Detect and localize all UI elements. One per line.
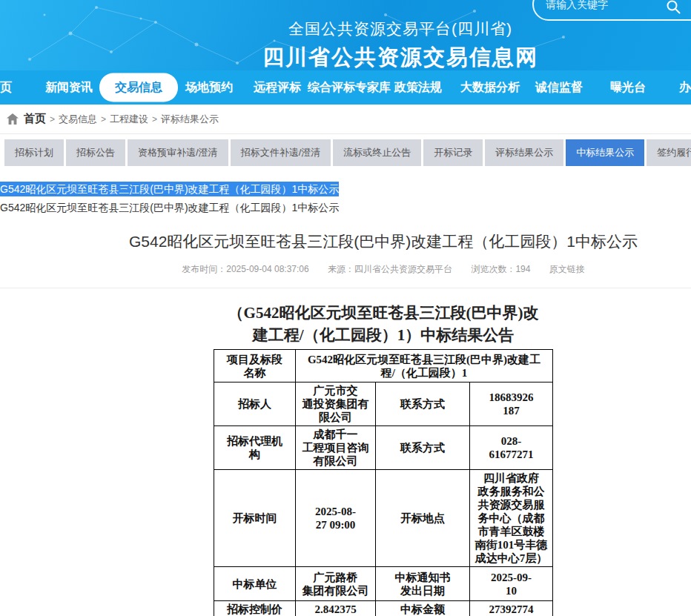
search-input[interactable] — [546, 0, 664, 19]
nav-item-remote-evaluation[interactable]: 远程评标 — [254, 80, 301, 96]
document-heading: （G542昭化区元坝至旺苍县三江段(巴中界)改 建工程/（化工园段）1）中标结果… — [0, 302, 691, 346]
table-label: 项目及标段 名称 — [214, 350, 296, 382]
nav-item-exposure[interactable]: 曝光台 — [610, 80, 646, 96]
nav-item-home[interactable]: 首页 — [0, 80, 12, 96]
document-heading-line2: 建工程/（化工园段）1）中标结果公告 — [0, 324, 691, 346]
home-icon — [7, 113, 19, 125]
table-value: 四川省政府 政务服务和公 共资源交易服 务中心（成都 市青羊区鼓楼 南街101号… — [470, 470, 553, 567]
result-table: 项目及标段 名称 G542昭化区元坝至旺苍县三江段(巴中界)改建工 程/（化工园… — [214, 349, 553, 616]
table-label: 联系方式 — [376, 426, 470, 470]
publish-time: 发布时间：2025-09-04 08:37:06 — [182, 264, 308, 274]
article-header: G542昭化区元坝至旺苍县三江段(巴中界)改建工程（化工园段）1中标公示 发布时… — [0, 231, 691, 276]
breadcrumb: 首页 > 交易信息 > 工程建设 > 评标结果公示 — [0, 105, 691, 134]
breadcrumb-home[interactable]: 首页 — [24, 112, 46, 126]
original-link[interactable]: 原文链接 — [549, 264, 585, 274]
site-header: 全国公共资源交易平台(四川省) 四川省公共资源交易信息网 — [0, 0, 691, 70]
announcement-list: G542昭化区元坝至旺苍县三江段(巴中界)改建工程（化工园段）1中标公示 G54… — [0, 182, 691, 215]
table-row: 招标人 广元市交 通投资集团有 限公司 联系方式 18683926 187 — [214, 382, 553, 426]
tab-contract-performance[interactable]: 签约履行 — [647, 139, 691, 166]
table-value: 2025-09- 10 — [470, 567, 553, 601]
table-value: 18683926 187 — [470, 382, 553, 426]
search-icon[interactable] — [666, 0, 681, 14]
table-row: 中标单位 广元路桥 集团有限公司 中标通知书 发出日期 2025-09- 10 — [214, 567, 553, 601]
platform-subtitle: 全国公共资源交易平台(四川省) — [0, 19, 691, 39]
main-nav: 首页 新闻资讯 交易信息 场地预约 远程评标 综合评标专家库 政策法规 大数据分… — [0, 70, 691, 105]
nav-item-expert-pool[interactable]: 综合评标专家库 — [308, 80, 391, 96]
breadcrumb-separator: > — [101, 114, 106, 125]
table-value: 2025-08- 27 09:00 — [296, 470, 376, 567]
table-label: 招标代理机 构 — [214, 426, 296, 470]
tab-bidding-notice[interactable]: 招标公告 — [66, 139, 125, 166]
document-heading-line1: （G542昭化区元坝至旺苍县三江段(巴中界)改 — [0, 302, 691, 324]
nav-item-big-data[interactable]: 大数据分析 — [460, 80, 520, 96]
breadcrumb-trade-info[interactable]: 交易信息 — [59, 113, 97, 126]
table-row: 招标控制价 （元） 2.842375 8E7 中标金额 （元） 27392774… — [214, 601, 553, 616]
tab-award-result[interactable]: 中标结果公示 — [566, 139, 644, 166]
table-label: 联系方式 — [376, 382, 470, 426]
tab-evaluation-result[interactable]: 评标结果公示 — [485, 139, 563, 166]
table-label: 招标人 — [214, 382, 296, 426]
section-divider — [0, 288, 691, 288]
nav-item-venue-booking[interactable]: 场地预约 — [185, 80, 233, 96]
nav-item-integrity[interactable]: 诚信监督 — [535, 80, 583, 96]
table-value: 27392774 .56元 — [470, 601, 553, 616]
table-value: 广元路桥 集团有限公司 — [296, 567, 376, 601]
table-row: 开标时间 2025-08- 27 09:00 开标地点 四川省政府 政务服务和公… — [214, 470, 553, 567]
view-count: 浏览次数：194 — [471, 264, 530, 274]
table-label: 中标通知书 发出日期 — [376, 567, 470, 601]
table-row: 招标代理机 构 成都千一 工程项目咨询 有限公司 联系方式 028- 61677… — [214, 426, 553, 470]
list-item[interactable]: G542昭化区元坝至旺苍县三江段(巴中界)改建工程（化工园段）1中标公示 — [0, 200, 339, 215]
nav-item-news[interactable]: 新闻资讯 — [45, 80, 93, 96]
nav-item-services[interactable]: 办事 — [679, 80, 691, 96]
table-label: 开标时间 — [214, 470, 296, 567]
breadcrumb-engineering[interactable]: 工程建设 — [110, 113, 148, 126]
nav-item-trade-info[interactable]: 交易信息 — [99, 73, 178, 102]
table-label: 中标金额 （元） — [376, 601, 470, 616]
table-value: 028- 61677271 — [470, 426, 553, 470]
table-label: 中标单位 — [214, 567, 296, 601]
breadcrumb-separator: > — [152, 114, 157, 125]
tab-bid-opening-record[interactable]: 开标记录 — [423, 139, 483, 166]
table-label: 招标控制价 （元） — [214, 601, 296, 616]
page: 全国公共资源交易平台(四川省) 四川省公共资源交易信息网 首页 新闻资讯 交易信… — [0, 0, 691, 616]
site-branding: 全国公共资源交易平台(四川省) 四川省公共资源交易信息网 — [0, 19, 691, 73]
tab-bidding-plan[interactable]: 招标计划 — [4, 139, 64, 166]
table-label: 开标地点 — [376, 470, 470, 567]
site-title: 四川省公共资源交易信息网 — [0, 43, 691, 73]
list-item-selected[interactable]: G542昭化区元坝至旺苍县三江段(巴中界)改建工程（化工园段）1中标公示 — [0, 182, 339, 196]
table-row: 项目及标段 名称 G542昭化区元坝至旺苍县三江段(巴中界)改建工 程/（化工园… — [214, 350, 553, 382]
table-value: G542昭化区元坝至旺苍县三江段(巴中界)改建工 程/（化工园段）1 — [296, 350, 553, 382]
table-value: 成都千一 工程项目咨询 有限公司 — [296, 426, 376, 470]
nav-item-policies[interactable]: 政策法规 — [394, 80, 442, 96]
search-box — [532, 0, 691, 21]
page-title: G542昭化区元坝至旺苍县三江段(巴中界)改建工程（化工园段）1中标公示 — [0, 231, 691, 252]
tab-bidding-doc-supplement[interactable]: 招标文件补遗/澄清 — [231, 139, 331, 166]
source: 来源：四川省公共资源交易平台 — [328, 264, 452, 274]
table-value: 2.842375 8E7 — [296, 601, 376, 616]
article-meta: 发布时间：2025-09-04 08:37:06 来源：四川省公共资源交易平台 … — [0, 263, 691, 276]
tab-bar: 招标计划 招标公告 资格预审补遗/澄清 招标文件补遗/澄清 流标或终止公告 开标… — [0, 134, 691, 170]
table-value: 广元市交 通投资集团有 限公司 — [296, 382, 376, 426]
breadcrumb-separator: > — [50, 114, 55, 125]
tab-failure-termination-notice[interactable]: 流标或终止公告 — [333, 139, 421, 166]
breadcrumb-evaluation-result[interactable]: 评标结果公示 — [161, 113, 219, 126]
document-body: （G542昭化区元坝至旺苍县三江段(巴中界)改 建工程/（化工园段）1）中标结果… — [0, 302, 691, 616]
tab-prequalification-supplement[interactable]: 资格预审补遗/澄清 — [128, 139, 228, 166]
